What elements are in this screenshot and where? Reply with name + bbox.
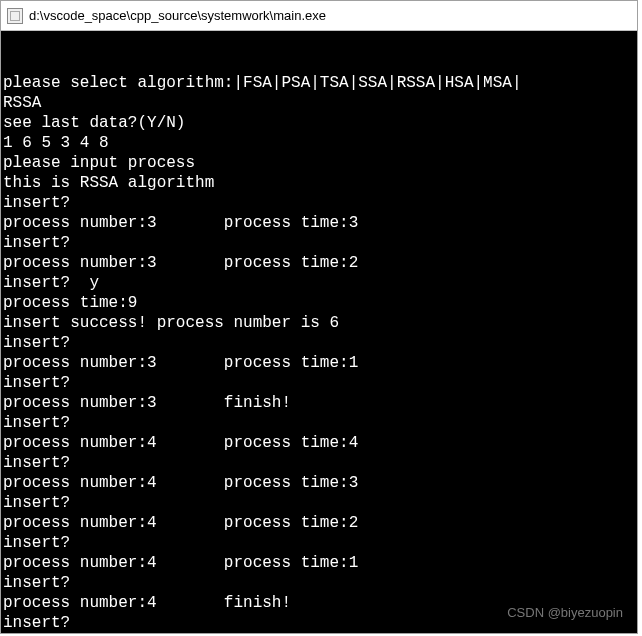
console-line: this is RSSA algorithm: [3, 173, 637, 193]
console-line: insert?: [3, 373, 637, 393]
console-line: insert?: [3, 413, 637, 433]
console-window: d:\vscode_space\cpp_source\systemwork\ma…: [0, 0, 638, 634]
console-line: process number:4 finish!: [3, 593, 637, 613]
console-line: insert?: [3, 233, 637, 253]
console-line: please select algorithm:|FSA|PSA|TSA|SSA…: [3, 73, 637, 93]
console-line: insert?: [3, 493, 637, 513]
console-line: process number:4 process time:4: [3, 433, 637, 453]
console-line: RSSA: [3, 93, 637, 113]
console-line: process time:9: [3, 293, 637, 313]
console-line: insert? y: [3, 273, 637, 293]
app-icon: [7, 8, 23, 24]
console-line: process number:4 process time:1: [3, 553, 637, 573]
console-line: see last data?(Y/N): [3, 113, 637, 133]
console-line: process number:4 process time:2: [3, 513, 637, 533]
console-line: insert?: [3, 533, 637, 553]
console-line: insert?: [3, 573, 637, 593]
titlebar[interactable]: d:\vscode_space\cpp_source\systemwork\ma…: [1, 1, 637, 31]
console-line: insert?: [3, 193, 637, 213]
console-line: process number:3 process time:2: [3, 253, 637, 273]
console-line: please input process: [3, 153, 637, 173]
console-line: process number:3 finish!: [3, 393, 637, 413]
console-line: process number:4 process time:3: [3, 473, 637, 493]
console-line: insert success! process number is 6: [3, 313, 637, 333]
console-line: insert?: [3, 613, 637, 633]
console-line: process number:3 process time:1: [3, 353, 637, 373]
console-line: process number:3 process time:3: [3, 213, 637, 233]
console-line: insert?: [3, 453, 637, 473]
console-line: insert?: [3, 333, 637, 353]
window-title: d:\vscode_space\cpp_source\systemwork\ma…: [29, 8, 326, 23]
console-output[interactable]: please select algorithm:|FSA|PSA|TSA|SSA…: [1, 31, 637, 633]
console-line: 1 6 5 3 4 8: [3, 133, 637, 153]
